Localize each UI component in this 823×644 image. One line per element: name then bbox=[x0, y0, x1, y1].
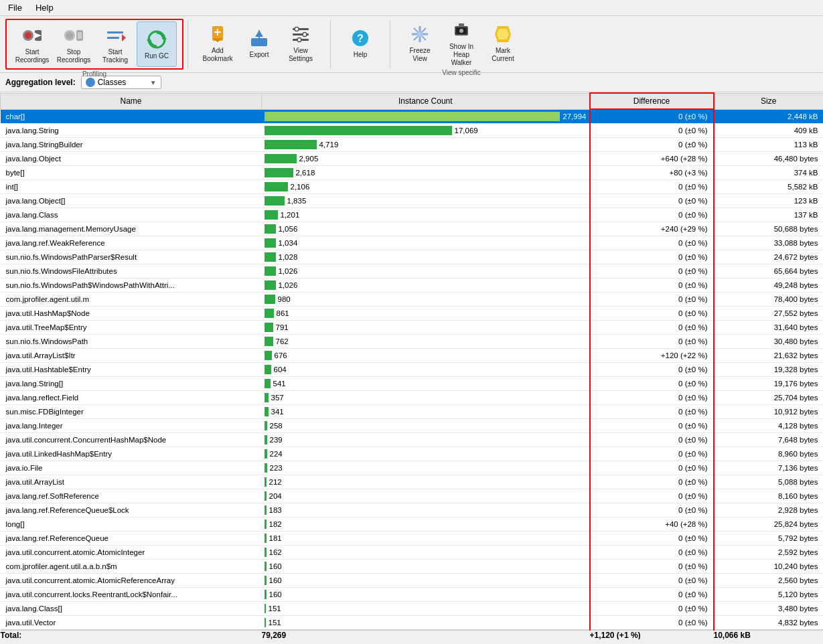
row-diff: 0 (±0 %) bbox=[590, 601, 714, 615]
row-diff: 0 (±0 %) bbox=[590, 418, 714, 432]
help-button[interactable]: ? Help bbox=[340, 20, 380, 66]
table-row[interactable]: java.lang.ref.ReferenceQueue1810 (±0 %)5… bbox=[1, 531, 824, 545]
table-row[interactable]: java.util.ArrayList2120 (±0 %)5,088 byte… bbox=[1, 475, 824, 489]
show-heap-walker-button[interactable]: Show InHeap Walker bbox=[441, 20, 481, 66]
row-size: 8,160 bytes bbox=[714, 489, 824, 503]
table-row[interactable]: java.lang.Integer2580 (±0 %)4,128 bytes bbox=[1, 418, 824, 432]
row-count: 1,034 bbox=[262, 236, 590, 250]
row-name: java.util.ArrayList$Itr bbox=[1, 348, 262, 362]
view-settings-button[interactable]: ViewSettings bbox=[281, 20, 321, 66]
menu-help[interactable]: Help bbox=[33, 1, 56, 14]
row-size: 21,632 bytes bbox=[714, 348, 824, 362]
table-row[interactable]: java.lang.Class1,2010 (±0 %)137 kB bbox=[1, 208, 824, 222]
row-diff: +120 (+22 %) bbox=[590, 348, 714, 362]
table-row[interactable]: java.util.concurrent.atomic.AtomicRefere… bbox=[1, 573, 824, 587]
col-name[interactable]: Name bbox=[1, 93, 262, 109]
start-tracking-button[interactable]: StartTracking bbox=[95, 21, 135, 67]
row-name: sun.nio.fs.WindowsPathParser$Result bbox=[1, 250, 262, 264]
table-row[interactable]: java.lang.ref.WeakReference1,0340 (±0 %)… bbox=[1, 236, 824, 250]
table-row[interactable]: java.lang.ref.ReferenceQueue$Lock1830 (±… bbox=[1, 503, 824, 517]
table-row[interactable]: java.util.Hashtable$Entry6040 (±0 %)19,3… bbox=[1, 362, 824, 376]
table-row[interactable]: java.lang.String[]5410 (±0 %)19,176 byte… bbox=[1, 376, 824, 390]
col-instance-count[interactable]: Instance Count bbox=[262, 93, 590, 109]
col-size[interactable]: Size bbox=[714, 93, 824, 109]
table-row[interactable]: com.jprofiler.agent.util.m9800 (±0 %)78,… bbox=[1, 292, 824, 306]
row-size: 5,120 bytes bbox=[714, 587, 824, 601]
row-count: 604 bbox=[262, 362, 590, 376]
table-row[interactable]: long[]182+40 (+28 %)25,824 bytes bbox=[1, 517, 824, 531]
run-gc-label: Run GC bbox=[145, 52, 169, 60]
mark-icon bbox=[492, 23, 514, 45]
row-name: java.lang.Class[] bbox=[1, 601, 262, 615]
aggregation-select[interactable]: Classes ▼ bbox=[81, 76, 161, 89]
svg-text:?: ? bbox=[357, 33, 364, 44]
row-name: java.util.TreeMap$Entry bbox=[1, 320, 262, 334]
table-row[interactable]: java.util.HashMap$Node8610 (±0 %)27,552 … bbox=[1, 306, 824, 320]
row-size: 4,128 bytes bbox=[714, 418, 824, 432]
row-diff: 0 (±0 %) bbox=[590, 236, 714, 250]
menu-file[interactable]: File bbox=[5, 1, 25, 14]
table-row[interactable]: java.util.LinkedHashMap$Entry2240 (±0 %)… bbox=[1, 447, 824, 461]
svg-point-25 bbox=[303, 32, 307, 36]
stop-recordings-label: StopRecordings bbox=[57, 48, 91, 64]
row-size: 409 kB bbox=[714, 123, 824, 137]
row-count: 980 bbox=[262, 292, 590, 306]
heap-table: Name Instance Count Difference Size char… bbox=[0, 92, 823, 639]
toolbar-view-specific-group: FreezeView Show InHeap Walker MarkCurr bbox=[394, 19, 528, 67]
table-row[interactable]: sun.nio.fs.WindowsPath7620 (±0 %)30,480 … bbox=[1, 334, 824, 348]
aggregation-selected: Classes bbox=[98, 78, 127, 87]
row-diff: 0 (±0 %) bbox=[590, 320, 714, 334]
col-difference[interactable]: Difference bbox=[590, 93, 714, 109]
row-diff: +240 (+29 %) bbox=[590, 222, 714, 236]
export-button[interactable]: Export bbox=[239, 20, 279, 66]
row-count: 160 bbox=[262, 573, 590, 587]
start-recordings-button[interactable]: StartRecordings bbox=[12, 21, 52, 67]
row-count: 151 bbox=[262, 615, 590, 630]
row-diff: 0 (±0 %) bbox=[590, 390, 714, 404]
table-row[interactable]: sun.misc.FDBigInteger3410 (±0 %)10,912 b… bbox=[1, 404, 824, 418]
table-row[interactable]: java.util.TreeMap$Entry7910 (±0 %)31,640… bbox=[1, 320, 824, 334]
table-row[interactable]: java.lang.Object[]1,8350 (±0 %)123 kB bbox=[1, 193, 824, 208]
table-row[interactable]: java.lang.management.MemoryUsage1,056+24… bbox=[1, 222, 824, 236]
table-row[interactable]: char[]27,9940 (±0 %)2,448 kB bbox=[1, 109, 824, 123]
row-name: long[] bbox=[1, 517, 262, 531]
add-bookmark-button[interactable]: AddBookmark bbox=[198, 20, 238, 66]
stop-recordings-button[interactable]: StopRecordings bbox=[54, 21, 94, 67]
row-name: java.util.concurrent.ConcurrentHashMap$N… bbox=[1, 432, 262, 447]
table-row[interactable]: java.lang.Class[]1510 (±0 %)3,480 bytes bbox=[1, 601, 824, 615]
row-diff: 0 (±0 %) bbox=[590, 250, 714, 264]
table-row[interactable]: sun.nio.fs.WindowsPathParser$Result1,028… bbox=[1, 250, 824, 264]
table-row[interactable]: java.lang.String17,0690 (±0 %)409 kB bbox=[1, 123, 824, 137]
row-diff: 0 (±0 %) bbox=[590, 447, 714, 461]
table-row[interactable]: java.io.File2230 (±0 %)7,136 bytes bbox=[1, 461, 824, 475]
row-name: byte[] bbox=[1, 165, 262, 179]
table-row[interactable]: java.util.ArrayList$Itr676+120 (+22 %)21… bbox=[1, 348, 824, 362]
table-row[interactable]: int[]2,1060 (±0 %)5,582 kB bbox=[1, 179, 824, 193]
table-row[interactable]: java.lang.ref.SoftReference2040 (±0 %)8,… bbox=[1, 489, 824, 503]
table-row[interactable]: com.jprofiler.agent.util.a.a.b.n$m1600 (… bbox=[1, 559, 824, 573]
row-count: 1,026 bbox=[262, 264, 590, 278]
table-row[interactable]: java.util.Vector1510 (±0 %)4,832 bytes bbox=[1, 615, 824, 630]
export-label: Export bbox=[250, 51, 269, 59]
table-row[interactable]: sun.nio.fs.WindowsFileAttributes1,0260 (… bbox=[1, 264, 824, 278]
row-size: 25,704 bytes bbox=[714, 390, 824, 404]
row-count: 2,618 bbox=[262, 165, 590, 179]
mark-current-button[interactable]: MarkCurrent bbox=[483, 20, 523, 66]
track-icon bbox=[104, 25, 126, 46]
row-diff: 0 (±0 %) bbox=[590, 489, 714, 503]
table-row[interactable]: java.lang.reflect.Field3570 (±0 %)25,704… bbox=[1, 390, 824, 404]
table-row[interactable]: sun.nio.fs.WindowsPath$WindowsPathWithAt… bbox=[1, 278, 824, 292]
table-footer-row: Total: 79,269 +1,120 (+1 %) 10,066 kB bbox=[1, 630, 824, 640]
table-row[interactable]: java.util.concurrent.ConcurrentHashMap$N… bbox=[1, 432, 824, 447]
table-row[interactable]: byte[]2,618+80 (+3 %)374 kB bbox=[1, 165, 824, 179]
run-gc-button[interactable]: Run GC bbox=[137, 21, 177, 67]
table-row[interactable]: java.util.concurrent.atomic.AtomicIntege… bbox=[1, 545, 824, 559]
table-row[interactable]: java.lang.StringBuilder4,7190 (±0 %)113 … bbox=[1, 137, 824, 151]
table-row[interactable]: java.lang.Object2,905+640 (+28 %)46,480 … bbox=[1, 151, 824, 165]
row-count: 1,026 bbox=[262, 278, 590, 292]
row-diff: 0 (±0 %) bbox=[590, 432, 714, 447]
row-count: 762 bbox=[262, 334, 590, 348]
row-name: java.util.LinkedHashMap$Entry bbox=[1, 447, 262, 461]
table-row[interactable]: java.util.concurrent.locks.ReentrantLock… bbox=[1, 587, 824, 601]
freeze-view-button[interactable]: FreezeView bbox=[400, 20, 440, 66]
